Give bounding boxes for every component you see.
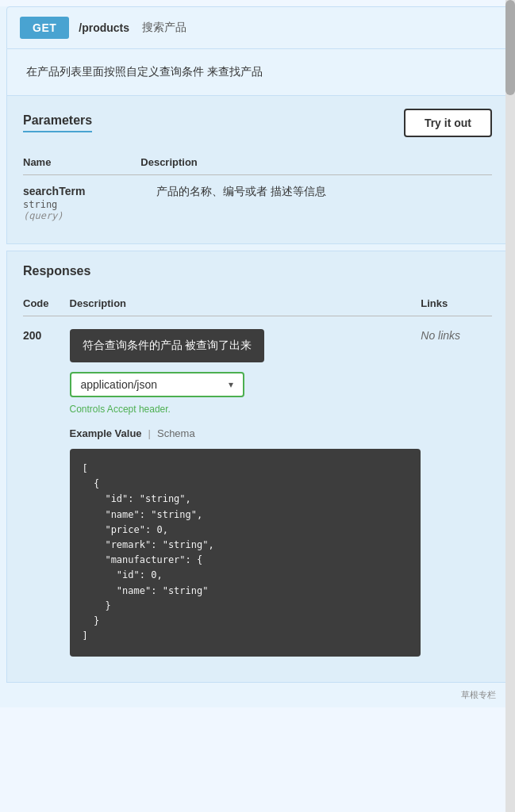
param-name: searchTerm <box>23 185 140 197</box>
response-description-column: 符合查询条件的产品 被查询了出来 application/json ▾ Cont… <box>70 316 421 670</box>
controls-text: Controls Accept header. <box>70 404 421 415</box>
try-it-out-button[interactable]: Try it out <box>404 109 492 137</box>
chevron-down-icon: ▾ <box>229 379 233 390</box>
tab-divider: | <box>148 427 151 439</box>
parameters-table: Name Description searchTerm string (quer… <box>23 150 492 231</box>
scrollbar-thumb[interactable] <box>505 0 515 95</box>
responses-col-description: Description <box>70 291 421 316</box>
response-code: 200 <box>23 329 41 342</box>
responses-title: Responses <box>23 264 492 278</box>
code-block: [ { "id": "string", "name": "string", "p… <box>70 449 421 657</box>
watermark-text: 草根专栏 <box>461 690 496 699</box>
scrollbar[interactable] <box>505 0 515 812</box>
responses-table: Code Description Links 200 符合查询条件的产品 被查询… <box>23 291 492 669</box>
response-links: No links <box>421 316 492 670</box>
table-row: searchTerm string (query) 产品的名称、编号或者 描述等… <box>23 175 492 232</box>
example-value-tab[interactable]: Example Value <box>70 424 142 442</box>
responses-col-links: Links <box>421 291 492 316</box>
media-type-value: application/json <box>81 378 158 391</box>
api-header: GET /products 搜索产品 <box>6 6 509 49</box>
params-col-description: Description <box>140 150 492 175</box>
parameters-section: Parameters Try it out Name Description s… <box>6 95 509 244</box>
api-path: /products <box>79 21 129 34</box>
param-type: string <box>23 199 140 210</box>
parameters-title: Parameters <box>23 113 92 132</box>
example-value-tabs: Example Value | Schema <box>70 424 421 442</box>
watermark: 草根专栏 <box>6 683 509 707</box>
param-location: (query) <box>23 210 140 221</box>
method-badge: GET <box>20 17 69 39</box>
responses-col-code: Code <box>23 291 70 316</box>
api-summary: 在产品列表里面按照自定义查询条件 来查找产品 <box>6 49 509 95</box>
schema-tab[interactable]: Schema <box>157 427 195 439</box>
api-title: 搜索产品 <box>142 21 186 35</box>
parameters-header: Parameters Try it out <box>23 109 492 137</box>
response-description-badge: 符合查询条件的产品 被查询了出来 <box>70 329 265 362</box>
responses-section: Responses Code Description Links 200 符合查… <box>6 251 509 683</box>
param-description: 产品的名称、编号或者 描述等信息 <box>140 185 326 197</box>
media-type-dropdown[interactable]: application/json ▾ <box>70 372 244 397</box>
table-row: 200 符合查询条件的产品 被查询了出来 application/json ▾ … <box>23 316 492 670</box>
params-col-name: Name <box>23 150 140 175</box>
